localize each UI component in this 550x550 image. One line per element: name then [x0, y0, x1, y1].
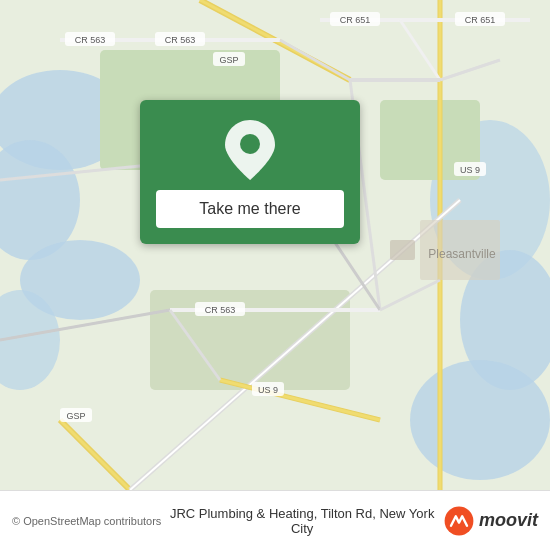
- bottom-bar: © OpenStreetMap contributors JRC Plumbin…: [0, 490, 550, 550]
- svg-text:GSP: GSP: [66, 411, 85, 421]
- svg-point-55: [240, 134, 260, 154]
- svg-text:GSP: GSP: [219, 55, 238, 65]
- svg-text:CR 563: CR 563: [75, 35, 106, 45]
- svg-rect-53: [420, 220, 500, 280]
- svg-text:CR 651: CR 651: [465, 15, 496, 25]
- svg-text:CR 563: CR 563: [165, 35, 196, 45]
- svg-rect-9: [150, 290, 350, 390]
- moovit-brand-text: moovit: [479, 510, 538, 531]
- take-me-there-button[interactable]: Take me there: [156, 190, 344, 228]
- location-panel: Take me there: [140, 100, 360, 244]
- map-container: CR 563 CR 563 CR 651 CR 651 GSP GSP US 9…: [0, 0, 550, 490]
- svg-text:CR 563: CR 563: [205, 305, 236, 315]
- location-pin-icon: [225, 120, 275, 180]
- moovit-logo-icon: [443, 505, 475, 537]
- map-svg: CR 563 CR 563 CR 651 CR 651 GSP GSP US 9…: [0, 0, 550, 490]
- attribution-text: © OpenStreetMap contributors: [12, 515, 161, 527]
- svg-rect-54: [390, 240, 415, 260]
- moovit-logo: moovit: [443, 505, 538, 537]
- destination-text: JRC Plumbing & Heating, Tilton Rd, New Y…: [161, 506, 443, 536]
- svg-text:CR 651: CR 651: [340, 15, 371, 25]
- svg-point-7: [410, 360, 550, 480]
- svg-text:US 9: US 9: [460, 165, 480, 175]
- svg-text:US 9: US 9: [258, 385, 278, 395]
